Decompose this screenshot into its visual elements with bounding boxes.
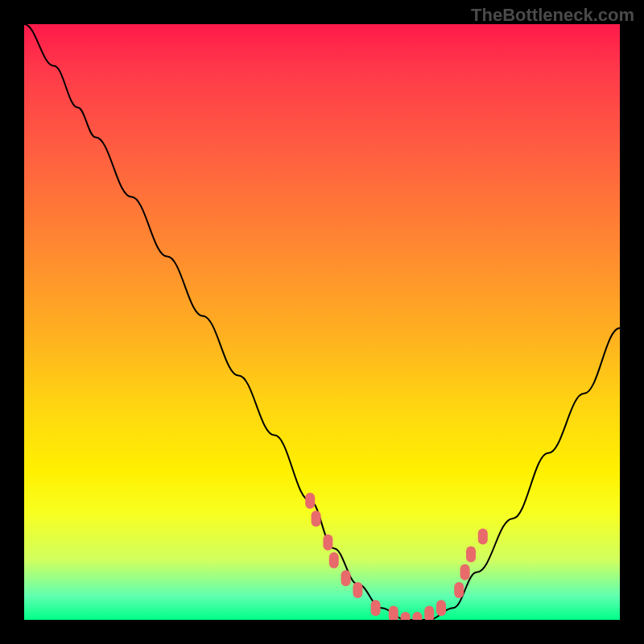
highlight-marker xyxy=(424,606,434,620)
highlight-marker xyxy=(329,552,339,568)
highlight-marker xyxy=(460,564,470,580)
highlight-marker xyxy=(466,547,476,563)
highlight-marker xyxy=(389,606,398,620)
chart-plot-area xyxy=(24,24,620,620)
highlight-marker xyxy=(305,493,315,509)
highlight-marker xyxy=(353,582,362,598)
bottleneck-curve xyxy=(24,24,620,620)
highlight-marker xyxy=(436,600,446,616)
chart-svg xyxy=(24,24,620,620)
highlight-marker xyxy=(478,528,488,544)
highlight-marker xyxy=(323,535,332,551)
watermark-text: TheBottleneck.com xyxy=(471,5,634,26)
highlight-marker xyxy=(371,600,381,616)
highlight-marker xyxy=(312,510,321,526)
highlight-marker xyxy=(401,612,411,620)
highlight-marker xyxy=(412,612,422,620)
highlight-marker xyxy=(454,582,464,598)
highlight-marker xyxy=(341,570,351,586)
